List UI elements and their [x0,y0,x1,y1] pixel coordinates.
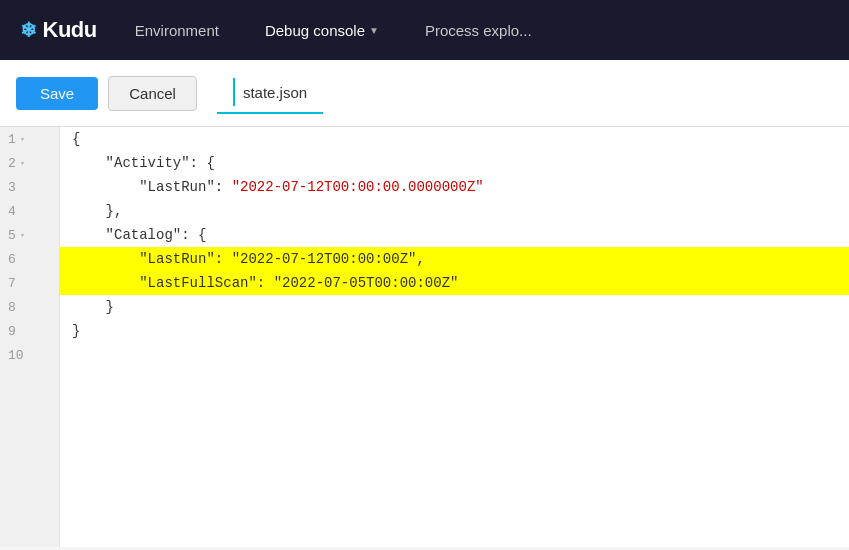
nav-debug-console[interactable]: Debug console ▼ [257,18,387,43]
nav-process-explorer[interactable]: Process explo... [417,18,540,43]
chevron-down-icon: ▼ [369,25,379,36]
code-line-7: "LastFullScan": "2022-07-05T00:00:00Z" [60,271,849,295]
toolbar: Save Cancel state.json [0,60,849,127]
line-number-6: 6 [0,247,59,271]
code-editor: 1▾2▾345▾678910 { "Activity": { "LastRun"… [0,127,849,547]
filename-label: state.json [243,84,307,101]
line-number-7: 7 [0,271,59,295]
brand-name: Kudu [43,17,97,43]
line-num-value: 5 [8,228,16,243]
tab-border-indicator [233,78,235,106]
line-num-value: 2 [8,156,16,171]
line-num-value: 8 [8,300,16,315]
code-line-8: } [60,295,849,319]
cancel-button[interactable]: Cancel [108,76,197,111]
line-number-1: 1▾ [0,127,59,151]
code-line-4: }, [60,199,849,223]
code-line-9: } [60,319,849,343]
code-line-10 [60,343,849,367]
brand-icon: ❄ [20,18,37,42]
fold-arrow-icon[interactable]: ▾ [20,230,25,241]
fold-arrow-icon[interactable]: ▾ [20,134,25,145]
navbar: ❄ Kudu Environment Debug console ▼ Proce… [0,0,849,60]
filename-tab[interactable]: state.json [217,72,323,114]
line-number-5: 5▾ [0,223,59,247]
code-line-6: "LastRun": "2022-07-12T00:00:00Z", [60,247,849,271]
line-num-value: 6 [8,252,16,267]
line-number-4: 4 [0,199,59,223]
line-number-3: 3 [0,175,59,199]
line-number-10: 10 [0,343,59,367]
nav-environment[interactable]: Environment [127,18,227,43]
line-numbers-gutter: 1▾2▾345▾678910 [0,127,60,547]
brand-logo: ❄ Kudu [20,17,97,43]
line-number-8: 8 [0,295,59,319]
nav-debug-console-label: Debug console [265,22,365,39]
line-num-value: 9 [8,324,16,339]
code-line-3: "LastRun": "2022-07-12T00:00:00.0000000Z… [60,175,849,199]
code-line-5: "Catalog": { [60,223,849,247]
line-num-value: 1 [8,132,16,147]
code-line-1: { [60,127,849,151]
line-number-2: 2▾ [0,151,59,175]
line-number-9: 9 [0,319,59,343]
fold-arrow-icon[interactable]: ▾ [20,158,25,169]
save-button[interactable]: Save [16,77,98,110]
code-line-2: "Activity": { [60,151,849,175]
line-num-value: 10 [8,348,24,363]
line-num-value: 3 [8,180,16,195]
line-num-value: 4 [8,204,16,219]
line-num-value: 7 [8,276,16,291]
code-content[interactable]: { "Activity": { "LastRun": "2022-07-12T0… [60,127,849,547]
